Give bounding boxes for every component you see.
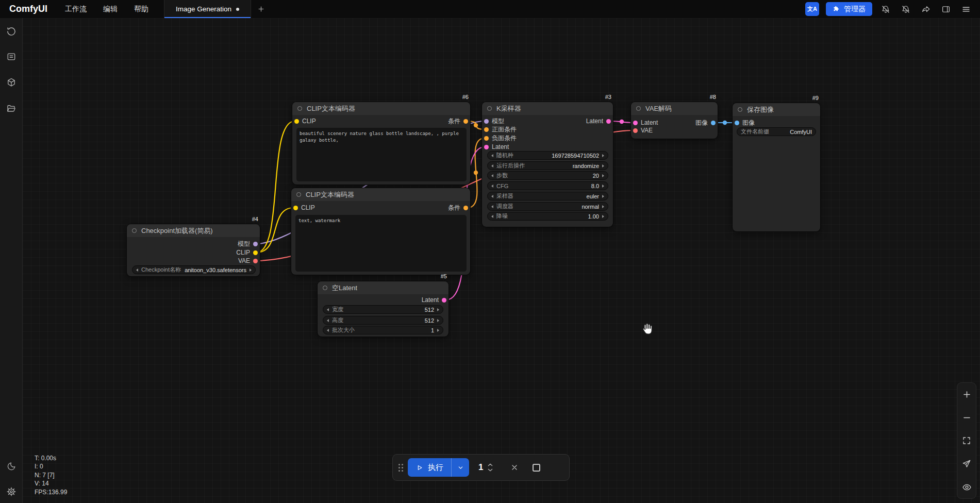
port-dot-model[interactable] — [484, 119, 489, 124]
port-dot-clip[interactable] — [293, 206, 298, 210]
output-slot-image[interactable]: 图像 — [695, 119, 716, 126]
port-dot-latent[interactable] — [442, 298, 446, 303]
node-clip-encode-positive[interactable]: #6 CLIP文本编码器 CLIP 条件 beautiful scenery n… — [292, 102, 470, 185]
widget-checkpoint-name[interactable]: Checkpoint名称 anitoon_v30.safetensors — [132, 265, 256, 274]
collapse-dot-icon[interactable] — [296, 192, 301, 197]
node-vae-decode[interactable]: #8 VAE解码 Latent VAE 图像 — [631, 102, 718, 139]
batch-count-spinner[interactable]: 1 — [478, 462, 493, 473]
decrement-arrow-icon[interactable] — [327, 308, 329, 311]
new-tab-button[interactable] — [251, 0, 271, 18]
translate-button[interactable]: 文A — [805, 2, 819, 16]
share-button[interactable] — [919, 3, 933, 16]
output-slot-vae[interactable]: VAE — [238, 257, 258, 264]
widget-width[interactable]: 宽度512 — [323, 305, 443, 314]
output-slot-latent[interactable]: Latent — [586, 118, 611, 125]
increment-arrow-icon[interactable] — [437, 308, 439, 311]
decrement-arrow-icon[interactable] — [491, 205, 493, 208]
port-dot-vae[interactable] — [253, 259, 258, 263]
increment-arrow-icon[interactable] — [602, 185, 604, 188]
drag-handle[interactable] — [398, 464, 403, 472]
tab-image-generation[interactable]: Image Generation — [164, 0, 251, 18]
chevron-down-icon[interactable] — [488, 468, 493, 472]
increment-arrow-icon[interactable] — [602, 215, 604, 218]
menu-workflow[interactable]: 工作流 — [57, 0, 95, 18]
widget-seed[interactable]: 随机种169728594710502 — [487, 151, 608, 160]
node-empty-latent[interactable]: #5 空Latent Latent 宽度512 高度512 批次大小1 — [318, 281, 449, 337]
node-save-image[interactable]: #9 保存图像 图像 文件名前缀 ComfyUI — [733, 103, 820, 231]
node-header[interactable]: VAE解码 — [631, 102, 718, 115]
node-clip-encode-negative[interactable]: CLIP文本编码器 CLIP 条件 text, watermark — [291, 188, 470, 275]
decrement-arrow-icon[interactable] — [136, 269, 138, 272]
decrement-arrow-icon[interactable] — [491, 164, 493, 167]
collapse-dot-icon[interactable] — [132, 228, 137, 233]
port-dot-clip[interactable] — [253, 250, 258, 255]
widget-cfg[interactable]: CFG8.0 — [487, 181, 608, 190]
widget-denoise[interactable]: 降噪1.00 — [487, 212, 608, 221]
increment-arrow-icon[interactable] — [602, 174, 604, 177]
input-slot-model[interactable]: 模型 — [484, 118, 504, 125]
sidebar-workflows-button[interactable] — [2, 99, 21, 118]
collapse-dot-icon[interactable] — [738, 107, 742, 112]
port-dot-conditioning[interactable] — [463, 119, 468, 124]
port-dot-clip[interactable] — [294, 119, 299, 124]
main-menu-button[interactable] — [959, 3, 973, 16]
links-toggle-button[interactable] — [959, 455, 974, 473]
node-header[interactable]: 保存图像 — [733, 103, 820, 116]
input-slot-image[interactable]: 图像 — [735, 119, 755, 126]
increment-arrow-icon[interactable] — [602, 195, 604, 198]
zoom-in-button[interactable] — [959, 385, 974, 404]
decrement-arrow-icon[interactable] — [327, 329, 329, 332]
menu-edit[interactable]: 编辑 — [95, 0, 126, 18]
stop-button[interactable] — [533, 464, 540, 472]
widget-steps[interactable]: 步数20 — [487, 171, 608, 180]
output-slot-clip[interactable]: CLIP — [236, 249, 258, 256]
panel-toggle-button[interactable] — [939, 3, 953, 16]
widget-sampler[interactable]: 采样器euler — [487, 192, 608, 200]
widget-control-after-generate[interactable]: 运行后操作randomize — [487, 161, 608, 170]
sidebar-queue-button[interactable] — [2, 47, 21, 66]
port-dot-latent[interactable] — [484, 145, 489, 149]
input-slot-vae[interactable]: VAE — [633, 127, 653, 134]
widget-filename-prefix[interactable]: 文件名前缀 ComfyUI — [737, 127, 816, 136]
theme-toggle-button[interactable] — [2, 457, 21, 475]
input-slot-latent[interactable]: Latent — [633, 119, 658, 126]
decrement-arrow-icon[interactable] — [491, 195, 493, 198]
notifications-off-button[interactable] — [879, 3, 892, 16]
port-dot-image[interactable] — [735, 121, 739, 125]
collapse-dot-icon[interactable] — [323, 286, 327, 290]
collapse-dot-icon[interactable] — [636, 106, 641, 111]
port-dot-vae[interactable] — [633, 128, 638, 133]
node-checkpoint-loader[interactable]: #4 Checkpoint加载器(简易) 模型 CLIP VAE Checkpo… — [127, 224, 260, 276]
input-slot-clip[interactable]: CLIP — [293, 204, 315, 211]
port-dot-conditioning[interactable] — [484, 127, 489, 132]
increment-arrow-icon[interactable] — [602, 205, 604, 208]
node-header[interactable]: 空Latent — [318, 281, 449, 294]
widget-scheduler[interactable]: 调度器normal — [487, 202, 608, 211]
node-header[interactable]: CLIP文本编码器 — [291, 188, 470, 201]
run-button[interactable]: 执行 — [408, 458, 469, 477]
output-slot-conditioning[interactable]: 条件 — [448, 204, 468, 211]
notifications-off-button-2[interactable] — [899, 3, 912, 16]
settings-button[interactable] — [2, 482, 21, 501]
increment-arrow-icon[interactable] — [437, 319, 439, 322]
decrement-arrow-icon[interactable] — [491, 174, 493, 177]
input-slot-latent[interactable]: Latent — [484, 143, 509, 150]
node-header[interactable]: K采样器 — [482, 102, 613, 115]
decrement-arrow-icon[interactable] — [491, 154, 493, 157]
output-slot-conditioning[interactable]: 条件 — [448, 118, 468, 125]
output-slot-latent[interactable]: Latent — [422, 296, 446, 304]
increment-arrow-icon[interactable] — [602, 164, 604, 167]
port-dot-image[interactable] — [711, 121, 716, 125]
run-options-button[interactable] — [452, 458, 469, 477]
run-main[interactable]: 执行 — [408, 458, 451, 477]
node-header[interactable]: Checkpoint加载器(简易) — [127, 224, 260, 237]
cancel-run-button[interactable] — [510, 463, 519, 472]
increment-arrow-icon[interactable] — [250, 269, 252, 272]
port-dot-conditioning[interactable] — [484, 136, 489, 141]
port-dot-latent[interactable] — [606, 119, 611, 124]
output-slot-model[interactable]: 模型 — [238, 240, 258, 247]
port-dot-latent[interactable] — [633, 121, 638, 125]
prompt-textarea[interactable]: text, watermark — [295, 215, 467, 272]
input-slot-positive[interactable]: 正面条件 — [484, 126, 517, 133]
collapse-dot-icon[interactable] — [297, 106, 302, 111]
